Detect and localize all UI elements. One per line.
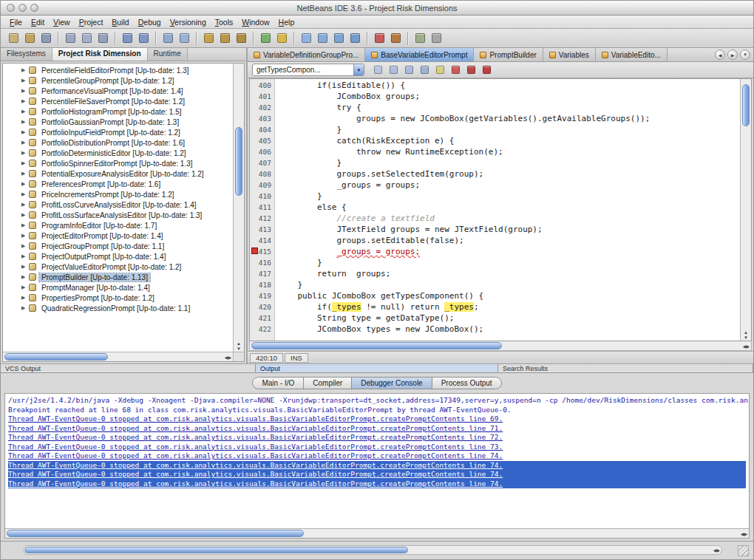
scrollbar-arrows-icon[interactable]: ◀▶ — [741, 529, 747, 538]
chevron-down-icon[interactable]: ▼ — [353, 64, 364, 75]
output-link-line[interactable]: Thread AWT-EventQueue-0 stopped at com.r… — [8, 461, 746, 471]
toggle-highlight-button[interactable] — [434, 64, 446, 76]
expand-arrow-icon[interactable]: ▶ — [21, 189, 29, 199]
tree-item[interactable]: ▶ProjectEditorPrompt [Up-to-date: 1.4] — [4, 231, 233, 241]
code-line[interactable]: 401 JComboBox groups; — [250, 91, 740, 102]
tree-item[interactable]: ▶ProjectGroupPrompt [Up-to-date: 1.1] — [4, 241, 233, 251]
expand-arrow-icon[interactable]: ▶ — [21, 148, 29, 158]
expand-arrow-icon[interactable]: ▶ — [21, 127, 29, 137]
save-all-button[interactable] — [38, 31, 53, 46]
debug-button[interactable] — [274, 31, 289, 46]
code-line[interactable]: 405 catch(RiskException e) { — [250, 135, 740, 146]
tree-item[interactable]: ▶PriceIncrementsPrompt [Up-to-date: 1.2] — [4, 189, 233, 199]
new-file-button[interactable] — [6, 31, 21, 46]
tree-item[interactable]: ▶PortfolioDistributionPrompt [Up-to-date… — [4, 137, 233, 148]
paste-button[interactable] — [95, 31, 110, 46]
minimize-window-button[interactable] — [18, 4, 27, 12]
javadoc-index-button[interactable] — [412, 31, 427, 46]
zoom-window-button[interactable] — [30, 4, 38, 12]
output-titlebar[interactable]: Output — [256, 364, 498, 372]
output-link-line[interactable]: Thread AWT-EventQueue-0 stopped at com.r… — [8, 414, 746, 424]
tree-item[interactable]: ▶PortfolioHistogramPrompt [Up-to-date: 1… — [4, 106, 233, 117]
editor-tab-variables[interactable]: Variables — [543, 48, 596, 61]
tree-item[interactable]: ▶QuadraticRegressionPrompt [Up-to-date: … — [4, 303, 233, 313]
run-button[interactable] — [258, 31, 273, 46]
output-link-line[interactable]: Thread AWT-EventQueue-0 stopped at com.r… — [8, 479, 746, 489]
editor-tab-basevariableeditorprompt[interactable]: BaseVariableEditorPrompt — [365, 48, 474, 61]
explorer-tab-filesystems[interactable]: Filesystems — [1, 48, 52, 61]
tree-item[interactable]: ▶PerformanceVisualPrompt [Up-to-date: 1.… — [4, 86, 233, 96]
step-into-button[interactable] — [315, 31, 330, 46]
scrollbar-thumb[interactable] — [4, 353, 108, 361]
menu-help[interactable]: Help — [274, 17, 299, 27]
explorer-horizontal-scrollbar[interactable]: ◀▶ — [3, 352, 233, 361]
toggle-breakpoint-button[interactable] — [372, 31, 387, 46]
expand-arrow-icon[interactable]: ▶ — [21, 262, 29, 272]
scrollbar-thumb[interactable] — [742, 84, 750, 126]
editor-tab-variableedito[interactable]: VariableEdito... — [596, 48, 668, 61]
options-button[interactable] — [429, 31, 444, 46]
tree-item[interactable]: ▶PortfolioGaussianPrompt [Up-to-date: 1.… — [4, 117, 233, 127]
code-line[interactable]: 417 return groups; — [250, 268, 740, 279]
expand-arrow-icon[interactable]: ▶ — [21, 117, 29, 127]
search-results-titlebar[interactable]: Search Results — [498, 364, 753, 372]
expand-arrow-icon[interactable]: ▶ — [21, 137, 29, 148]
tree-item[interactable]: ▶ProfitLossSurfaceAnalysisEditor [Up-to-… — [4, 210, 233, 220]
scrollbar-thumb[interactable] — [24, 547, 408, 553]
menu-view[interactable]: View — [49, 17, 75, 27]
tree-item[interactable]: ▶PreferencesPrompt [Up-to-date: 1.6] — [4, 179, 233, 189]
explorer-tab-project-risk-dimension[interactable]: Project Risk Dimension — [52, 48, 148, 61]
code-line[interactable]: 416 } — [250, 257, 740, 268]
output-tab-process-output[interactable]: Process Output — [432, 377, 502, 389]
vcs-output-titlebar[interactable]: VCS Output — [1, 364, 256, 372]
expand-arrow-icon[interactable]: ▶ — [21, 220, 29, 231]
code-line[interactable]: 403 groups = new JComboBox(getVariables(… — [250, 113, 740, 124]
expand-arrow-icon[interactable]: ▶ — [21, 199, 29, 210]
menu-debug[interactable]: Debug — [134, 17, 166, 27]
menu-window[interactable]: Window — [237, 17, 274, 27]
redo-button[interactable] — [136, 31, 151, 46]
code-line[interactable]: 414 groups.setEditable(false); — [250, 235, 740, 246]
close-window-button[interactable] — [7, 4, 15, 12]
code-line[interactable]: 420 if(_types != null) return _types; — [250, 301, 740, 313]
find-button[interactable] — [160, 31, 175, 46]
tree-item[interactable]: ▶PercentileFileSaverPrompt [Up-to-date: … — [4, 96, 233, 106]
tab-scroll-right-button[interactable]: ▶ — [727, 49, 738, 60]
tree-item[interactable]: ▶PromptBuilder [Up-to-date: 1.13] — [4, 272, 233, 282]
code-line[interactable]: 404 } — [250, 124, 740, 135]
find-selection-button[interactable] — [418, 64, 431, 76]
code-line[interactable]: 422 JComboBox types = new JComboBox(); — [250, 324, 740, 335]
open-file-button[interactable] — [22, 31, 37, 46]
output-link-line[interactable]: Thread AWT-EventQueue-0 stopped at com.r… — [8, 433, 746, 443]
copy-button[interactable] — [79, 31, 94, 46]
toggle-bookmark-button[interactable] — [372, 64, 384, 76]
expand-arrow-icon[interactable]: ▶ — [21, 65, 29, 75]
tree-item[interactable]: ▶PortfolioInputFieldPrompt [Up-to-date: … — [4, 127, 233, 137]
tab-list-button[interactable]: ▼ — [740, 49, 750, 60]
menu-edit[interactable]: Edit — [27, 17, 49, 27]
expand-arrow-icon[interactable]: ▶ — [21, 210, 29, 220]
code-line[interactable]: 421 String type = getDataType(); — [250, 313, 740, 324]
output-link-line[interactable]: Thread AWT-EventQueue-0 stopped at com.r… — [8, 470, 746, 479]
output-horizontal-scrollbar[interactable]: ◀▶ — [5, 528, 749, 538]
code-line[interactable]: 410 } — [250, 191, 740, 202]
output-tab-main-i-o[interactable]: Main - I/O — [252, 377, 304, 389]
code-line[interactable]: 413 JTextField groups = new JTextField(g… — [250, 224, 740, 235]
step-over-button[interactable] — [299, 31, 313, 46]
stop-macro-button[interactable] — [465, 64, 478, 76]
code-line[interactable]: 407 } — [250, 157, 740, 168]
scrollbar-arrows-icon[interactable]: ◀▶ — [713, 546, 720, 554]
scrollbar-arrows-icon[interactable]: ▲▼ — [741, 330, 751, 341]
expand-arrow-icon[interactable]: ▶ — [21, 293, 29, 303]
expand-arrow-icon[interactable]: ▶ — [21, 282, 29, 293]
toggle-breakpoint-button[interactable] — [480, 64, 493, 76]
code-line[interactable]: 406 throw new RuntimeException(e); — [250, 146, 740, 157]
expand-arrow-icon[interactable]: ▶ — [21, 168, 29, 179]
output-link-line[interactable]: Thread AWT-EventQueue-0 stopped at com.r… — [8, 424, 746, 434]
output-link-line[interactable]: Thread AWT-EventQueue-0 stopped at com.r… — [8, 443, 746, 452]
editor-vertical-scrollbar[interactable]: ▲▼ — [740, 79, 751, 341]
tree-item[interactable]: ▶ProgramInfoEditor [Up-to-date: 1.7] — [4, 220, 233, 231]
rebuild-button[interactable] — [234, 31, 248, 46]
code-line[interactable]: 419 public JComboBox getTypesComponent()… — [250, 290, 740, 301]
resize-grip[interactable] — [738, 545, 749, 556]
